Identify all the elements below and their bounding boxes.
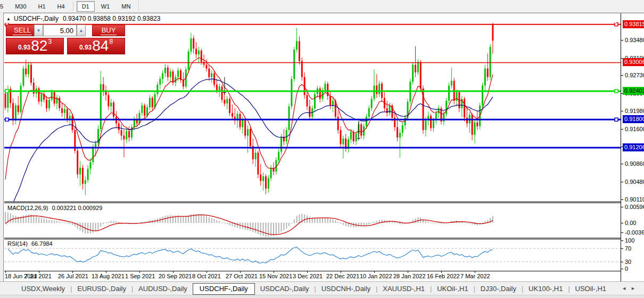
macd-axis-tick <box>621 207 623 207</box>
toolbar-separator <box>73 2 74 11</box>
one-click-trading-panel: SELL ▼ ▲ BUY 0.93 82 3 0.93 84 8 <box>6 25 125 54</box>
spinner-down-icon: ▼ <box>37 28 41 33</box>
buy-price-box[interactable]: 0.93 84 8 <box>67 38 125 54</box>
date-axis-label: 1 Sep 2021 <box>125 273 155 279</box>
timeframe-button-D1[interactable]: D1 <box>77 1 95 12</box>
timeframe-button-H4[interactable]: H4 <box>52 1 70 12</box>
volume-decrease-button[interactable]: ▼ <box>34 25 43 36</box>
date-axis-label: 22 Dec 2021 <box>326 273 359 279</box>
timeframe-button-W1[interactable]: W1 <box>96 1 115 12</box>
sell-button-label: SELL <box>13 26 32 35</box>
buy-price-big: 84 <box>92 39 109 53</box>
tab-usdcad-daily[interactable]: USDCAD-,Daily <box>255 284 315 294</box>
macd-axis-label: -0.003664 <box>625 229 644 236</box>
price-axis-label: 0.93480 <box>625 37 644 43</box>
macd-axis-tick <box>621 223 623 223</box>
chart-title-bar: ▲ USDCHF-,Daily 0.93470 0.93858 0.93192 … <box>4 14 616 23</box>
panel-separator[interactable] <box>4 239 621 239</box>
timeframe-toolbar: 5M30H1H4D1W1MN <box>0 0 644 13</box>
chart-title-symbol: USDCHF-,Daily <box>14 15 59 22</box>
buy-button[interactable]: BUY <box>92 25 125 36</box>
macd-axis-label: 0.00 <box>625 220 636 226</box>
price-badge-0.91206: 0.91206 <box>623 143 644 151</box>
rsi-axis-tick <box>621 248 623 249</box>
ma-fast-line <box>5 58 493 180</box>
spinner-up-icon: ▲ <box>79 28 84 33</box>
date-axis-label: 20 Sep 2021 <box>159 273 192 279</box>
price-axis-tick <box>621 129 623 130</box>
macd-signal-line <box>5 215 493 235</box>
tab-usdchf-daily[interactable]: USDCHF-,Daily <box>193 283 255 295</box>
price-axis-tick <box>621 164 623 164</box>
macd-values: 0.003221 0.000929 <box>52 205 102 211</box>
timeframe-button-MN[interactable]: MN <box>116 1 136 12</box>
tab-dj30-daily[interactable]: DJ30-,Daily <box>475 284 522 294</box>
date-axis-label: 15 Nov 2021 <box>259 273 292 279</box>
tab-ukoil-h1[interactable]: UKOil-,H1 <box>432 284 474 294</box>
timeframe-button-5[interactable]: 5 <box>0 1 9 12</box>
timeframe-button-M30[interactable]: M30 <box>10 1 31 12</box>
tab-audusd-daily[interactable]: AUDUSD-,Daily <box>133 284 193 294</box>
price-axis-label: 0.90860 <box>625 160 644 167</box>
price-axis-tick <box>621 75 623 76</box>
ma-slow-line <box>5 79 493 202</box>
rsi-value: 66.7984 <box>31 240 53 247</box>
buy-price-prefix: 0.93 <box>79 44 92 51</box>
line-handle[interactable] <box>615 23 618 26</box>
price-axis-label: 0.92730 <box>625 72 644 78</box>
rsi-axis-tick <box>621 240 623 241</box>
price-axis-tick <box>621 111 623 111</box>
tab-uk100-h1[interactable]: UK100-,H1 <box>523 284 568 294</box>
sell-price-sup: 3 <box>48 38 52 45</box>
volume-increase-button[interactable]: ▲ <box>77 25 86 36</box>
panel-separator <box>4 271 621 271</box>
macd-label: MACD(12,26,9) 0.003221 0.000929 <box>7 205 102 211</box>
tab-eurusd-daily[interactable]: EURUSD-,Daily <box>72 284 131 294</box>
tab-usdcnh-daily[interactable]: USDCNH-,Daily <box>316 284 376 294</box>
tab-scroll-right-icon[interactable]: ► <box>631 286 640 291</box>
line-handle[interactable] <box>5 90 9 93</box>
tab-xauusd-h1[interactable]: XAUUSD-,H1 <box>377 284 430 294</box>
buy-button-label: BUY <box>101 26 117 35</box>
rsi-axis-tick <box>621 269 623 269</box>
price-axis-label: 0.90480 <box>625 179 644 185</box>
line-handle[interactable] <box>5 118 9 121</box>
date-axis-label: 27 Oct 2021 <box>226 273 258 279</box>
volume-input[interactable] <box>43 25 77 36</box>
chart-tab-bar: USDX,Weekly|EURUSD-,Daily|AUDUSD-,DailyU… <box>0 283 644 295</box>
rsi-indicator-canvas[interactable] <box>4 239 621 270</box>
mt4-workspace: 5M30H1H4D1W1MN ▲ USDCHF-,Daily 0.93470 0… <box>0 0 644 298</box>
date-axis-label: 13 Aug 2021 <box>92 273 125 279</box>
macd-name: MACD(12,26,9) <box>7 205 48 211</box>
tab-usdx-weekly[interactable]: USDX,Weekly <box>16 284 70 294</box>
rsi-axis-label: 70 <box>625 245 631 252</box>
price-badge-0.92403: 0.92403 <box>623 87 644 95</box>
collapse-triangle-icon[interactable]: ▲ <box>6 17 11 21</box>
price-axis-tick <box>621 182 623 182</box>
macd-axis-label: 0.005963 <box>625 204 644 210</box>
price-badge-0.91800: 0.91800 <box>623 115 644 123</box>
line-handle[interactable] <box>615 90 618 93</box>
date-axis[interactable]: 18 Jun 20217 Jul 202126 Jul 202113 Aug 2… <box>4 271 621 281</box>
tab-scroll-left-icon[interactable]: ◄ <box>622 286 631 291</box>
panel-separator[interactable] <box>4 238 621 238</box>
price-badge-0.93006: 0.93006 <box>623 58 644 66</box>
date-axis-label: 10 Jan 2022 <box>360 273 392 279</box>
panel-separator[interactable] <box>4 203 621 203</box>
date-axis-label: 3 Dec 2021 <box>293 273 323 279</box>
date-axis-label: 16 Feb 2022 <box>427 273 460 279</box>
toolbar-separator <box>138 2 139 11</box>
sell-price-box[interactable]: 0.93 82 3 <box>6 38 64 54</box>
tab-usoil-h1[interactable]: USOil-,H1 <box>570 284 612 294</box>
timeframe-button-H1[interactable]: H1 <box>33 1 51 12</box>
rsi-axis-label: 100 <box>625 237 634 244</box>
rsi-axis-tick <box>621 262 623 262</box>
date-axis-label: 7 Mar 2022 <box>460 273 490 279</box>
date-axis-label: 8 Oct 2021 <box>192 273 221 279</box>
price-badge-0.93815: 0.93815 <box>623 20 644 28</box>
buy-price-sup: 8 <box>109 38 113 45</box>
panel-separator[interactable] <box>4 202 621 202</box>
line-handle[interactable] <box>615 118 618 121</box>
price-axis[interactable]: 0.934800.931000.927300.923500.919800.916… <box>621 13 644 281</box>
rsi-axis-label: 30 <box>625 259 631 265</box>
